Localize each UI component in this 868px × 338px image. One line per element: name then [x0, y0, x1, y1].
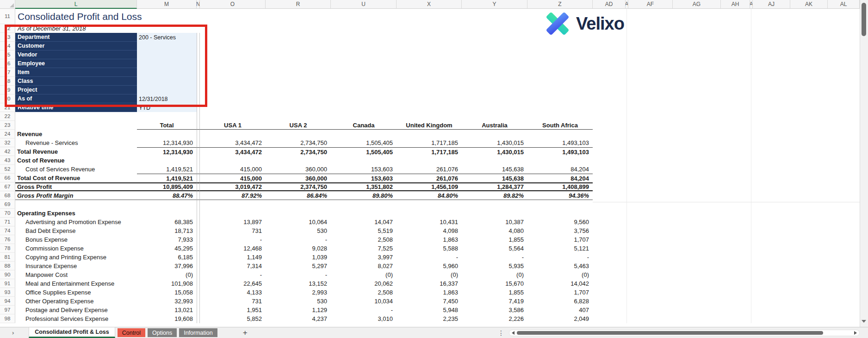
- row-header[interactable]: 94: [0, 297, 15, 306]
- vertical-scrollbar[interactable]: [860, 0, 868, 327]
- cell-south-africa[interactable]: 84,204: [527, 174, 593, 182]
- cell-usa1[interactable]: 3,019,472: [200, 182, 266, 191]
- cell-total[interactable]: [137, 112, 197, 121]
- cell-usa2[interactable]: 530: [266, 297, 331, 306]
- cell-south-africa[interactable]: [527, 209, 593, 218]
- add-sheet-button[interactable]: +: [243, 328, 248, 338]
- cell-total[interactable]: 19,608: [137, 314, 197, 323]
- cell-total[interactable]: (0): [137, 270, 197, 279]
- cell-total[interactable]: 1,419,521: [137, 165, 197, 174]
- row-header[interactable]: 74: [0, 226, 15, 235]
- row-header[interactable]: 91: [0, 279, 15, 288]
- column-header[interactable]: Y: [462, 0, 527, 9]
- cell-canada[interactable]: 1,351,802: [331, 182, 397, 191]
- cell-united-kingdom[interactable]: 261,076: [397, 165, 462, 174]
- cell-usa1[interactable]: [200, 209, 266, 218]
- row-label-cell[interactable]: Total Revenue: [15, 147, 137, 156]
- cell-usa2[interactable]: 4,237: [266, 314, 331, 323]
- column-header[interactable]: M: [137, 0, 197, 9]
- cell-canada[interactable]: 1,505,405: [331, 138, 397, 147]
- cell-usa1[interactable]: 731: [200, 226, 266, 235]
- cell-australia[interactable]: [462, 200, 527, 209]
- cell-australia[interactable]: 5,564: [462, 244, 527, 253]
- row-header[interactable]: 19: [0, 86, 15, 94]
- control-value-cell[interactable]: [137, 77, 197, 86]
- vertical-scrollbar-thumb[interactable]: [862, 3, 866, 36]
- cell-total[interactable]: 1,419,521: [137, 174, 197, 182]
- select-all-corner[interactable]: [0, 0, 15, 8]
- row-label-cell[interactable]: Gross Profit: [15, 182, 137, 191]
- cell-australia[interactable]: 10,387: [462, 218, 527, 226]
- row-header[interactable]: 97: [0, 306, 15, 314]
- cell-south-africa[interactable]: 3,756: [527, 226, 593, 235]
- cell-usa2[interactable]: 1,039: [266, 253, 331, 262]
- cell-canada[interactable]: 153,603: [331, 165, 397, 174]
- cell-canada[interactable]: [331, 130, 397, 138]
- row-label-cell[interactable]: Office Supplies Expense: [15, 288, 137, 297]
- sheet-nav-chevron-icon[interactable]: ›: [12, 329, 14, 336]
- row-label-cell[interactable]: Total Cost of Revenue: [15, 174, 137, 182]
- cell-united-kingdom[interactable]: [397, 156, 462, 165]
- cell-usa2[interactable]: -: [266, 235, 331, 244]
- sheet-tab[interactable]: Information: [179, 328, 217, 337]
- row-header[interactable]: 52: [0, 165, 15, 174]
- cell-south-africa[interactable]: 14,042: [527, 279, 593, 288]
- cell-usa1[interactable]: [200, 200, 266, 209]
- cell-total[interactable]: 68,385: [137, 218, 197, 226]
- cell-australia[interactable]: 1,430,015: [462, 138, 527, 147]
- sheet-tab[interactable]: Options: [148, 328, 177, 337]
- tab-overflow-menu-icon[interactable]: ⋮: [498, 329, 504, 337]
- row-label-cell[interactable]: Cost of Services Revenue: [15, 165, 137, 174]
- column-header[interactable]: AG: [673, 0, 721, 9]
- column-header[interactable]: AF: [628, 0, 673, 9]
- control-value-cell[interactable]: [137, 68, 197, 77]
- row-header[interactable]: 76: [0, 235, 15, 244]
- cell-canada[interactable]: 10,034: [331, 297, 397, 306]
- cell-usa2[interactable]: 5,297: [266, 262, 331, 270]
- cell-united-kingdom[interactable]: 1,863: [397, 288, 462, 297]
- cell-total[interactable]: 12,314,930: [137, 138, 197, 147]
- row-header[interactable]: 16: [0, 59, 15, 68]
- cell-australia[interactable]: 1,284,377: [462, 182, 527, 191]
- cell-canada[interactable]: 153,603: [331, 174, 397, 182]
- row-header[interactable]: 69: [0, 200, 15, 209]
- cell-australia[interactable]: [462, 209, 527, 218]
- row-header[interactable]: 22: [0, 112, 15, 121]
- cell-usa2[interactable]: 86.84%: [266, 191, 331, 200]
- row-header[interactable]: 68: [0, 191, 15, 200]
- cell-canada[interactable]: 14,047: [331, 218, 397, 226]
- cell-total[interactable]: 88.47%: [137, 191, 197, 200]
- cell-united-kingdom[interactable]: -: [397, 253, 462, 262]
- control-label-cell[interactable]: Department: [15, 33, 137, 42]
- cell-canada[interactable]: 2,508: [331, 235, 397, 244]
- column-header[interactable]: X: [397, 0, 462, 9]
- sheet-tab[interactable]: Control: [118, 328, 145, 337]
- cell-australia[interactable]: 7,419: [462, 297, 527, 306]
- cell-usa2[interactable]: 530: [266, 226, 331, 235]
- row-label-cell[interactable]: Professional Services Expense: [15, 314, 137, 323]
- row-label-cell[interactable]: [15, 200, 137, 209]
- cell-usa2[interactable]: 360,000: [266, 174, 331, 182]
- cell-united-kingdom[interactable]: United Kingdom: [397, 121, 462, 130]
- cell-australia[interactable]: [462, 156, 527, 165]
- cell-south-africa[interactable]: 407: [527, 306, 593, 314]
- row-label-cell[interactable]: Manpower Cost: [15, 270, 137, 279]
- cell-canada[interactable]: 89.80%: [331, 191, 397, 200]
- cell-total[interactable]: 6,185: [137, 253, 197, 262]
- cell-south-africa[interactable]: 84,204: [527, 165, 593, 174]
- row-header[interactable]: 14: [0, 42, 15, 50]
- cell-australia[interactable]: 5,935: [462, 262, 527, 270]
- cell-usa1[interactable]: 3,434,472: [200, 138, 266, 147]
- cell-united-kingdom[interactable]: 7,450: [397, 297, 462, 306]
- row-label-cell[interactable]: Gross Profit Margin: [15, 191, 137, 200]
- cell-united-kingdom[interactable]: 5,948: [397, 306, 462, 314]
- cell-south-africa[interactable]: 94.36%: [527, 191, 593, 200]
- cell-south-africa[interactable]: 1,408,899: [527, 182, 593, 191]
- cell-canada[interactable]: -: [331, 306, 397, 314]
- cell-south-africa[interactable]: 1,707: [527, 288, 593, 297]
- control-value-cell[interactable]: YTD: [137, 103, 197, 112]
- row-header[interactable]: 70: [0, 209, 15, 218]
- cell-canada[interactable]: 1,505,405: [331, 147, 397, 156]
- cell-canada[interactable]: 3,010: [331, 314, 397, 323]
- column-header[interactable]: AK: [790, 0, 828, 9]
